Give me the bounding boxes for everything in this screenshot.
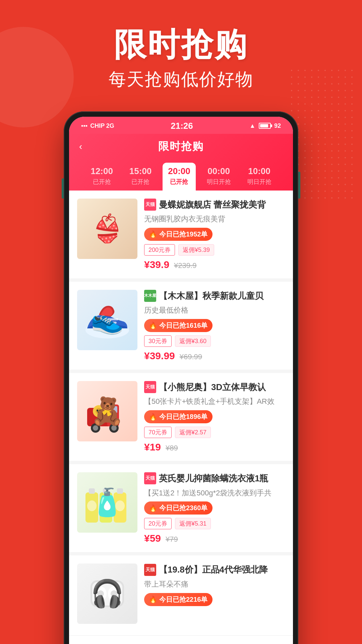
- product-image-shoes: [77, 290, 137, 350]
- price-current-3: ¥19: [144, 441, 161, 453]
- time-tab-0000[interactable]: 00:00 明日开抢: [201, 163, 236, 191]
- nav-menu-btn[interactable]: ☰: [92, 642, 122, 644]
- cashback-tag-3: 返佣¥2.57: [175, 427, 211, 438]
- app-title: 限时抢购: [158, 139, 204, 154]
- product-card-4[interactable]: 天猫 英氏婴儿抑菌除螨洗衣液1瓶 【买1送2！加送500g*2袋洗衣液到手共 🔥…: [69, 464, 293, 552]
- status-bar: ▪▪▪ CHIP 2G 21:26 ▲ 92: [69, 117, 293, 134]
- tab-time: 12:00: [90, 166, 113, 176]
- grab-count-5: 今日已抢2216单: [159, 595, 208, 604]
- toy-svg: [80, 384, 134, 438]
- status-left: ▪▪▪ CHIP 2G: [81, 122, 114, 129]
- shop-row-1: 天猫 曼蝶妮旗舰店 蕾丝聚拢美背: [144, 199, 285, 211]
- cashback-tag-4: 返佣¥5.31: [175, 518, 211, 529]
- wifi-icon: ▲: [249, 122, 255, 129]
- svg-rect-29: [90, 580, 124, 607]
- price-row-2: ¥39.99 ¥69.99: [144, 350, 285, 362]
- tab-status: 明日开抢: [207, 178, 231, 186]
- svg-point-28: [107, 501, 108, 502]
- svg-point-13: [96, 408, 102, 415]
- coupon-tag-2: 30元券: [144, 335, 172, 347]
- coupon-tag-3: 70元券: [144, 427, 172, 438]
- tab-time: 20:00: [168, 166, 190, 176]
- price-original-1: ¥239.9: [174, 261, 196, 270]
- svg-rect-23: [114, 492, 126, 523]
- grab-badge-3: 🔥 今日已抢1896单: [144, 410, 213, 423]
- svg-point-22: [101, 500, 111, 511]
- product-desc-1: 无钢圈乳胶内衣无痕美背: [144, 214, 285, 224]
- grab-count-3: 今日已抢1896单: [159, 412, 208, 421]
- svg-point-26: [102, 498, 110, 506]
- svg-rect-1: [100, 318, 118, 320]
- phone-wrapper: ▪▪▪ CHIP 2G 21:26 ▲ 92 ‹ 限时抢购: [0, 111, 362, 644]
- price-original-2: ¥69.99: [180, 353, 202, 361]
- tab-time: 10:00: [248, 166, 270, 176]
- svg-point-31: [95, 586, 107, 601]
- detergent-svg: [80, 476, 134, 529]
- tab-time: 15:00: [129, 166, 152, 176]
- shop-badge-4: 天猫: [144, 472, 156, 484]
- product-desc-4: 【买1送2！加送500g*2袋洗衣液到手共: [144, 488, 285, 498]
- product-card-2[interactable]: 木木屋 【木木屋】秋季新款儿童贝 历史最低价格 🔥 今日已抢1616单 30元券…: [69, 282, 293, 370]
- shop-row-4: 天猫 英氏婴儿抑菌除螨洗衣液1瓶: [144, 472, 285, 484]
- product-info-5: 天猫 【19.8价】正品4代华强北降 带上耳朵不痛 🔥 今日已抢2216单: [144, 564, 285, 606]
- status-right: ▲ 92: [249, 122, 281, 129]
- coupon-row-3: 70元券 返佣¥2.57: [144, 427, 285, 438]
- price-row-3: ¥19 ¥89: [144, 441, 285, 453]
- fire-icon-2: 🔥: [149, 321, 157, 329]
- price-current-4: ¥59: [144, 533, 161, 544]
- phone-inner: ▪▪▪ CHIP 2G 21:26 ▲ 92 ‹ 限时抢购: [69, 117, 293, 644]
- product-list: 天猫 曼蝶妮旗舰店 蕾丝聚拢美背 无钢圈乳胶内衣无痕美背 🔥 今日已抢1952单…: [69, 191, 293, 632]
- time-tab-1200[interactable]: 12:00 已开抢: [85, 163, 118, 191]
- product-card-3[interactable]: 天猫 【小熊尼奥】3D立体早教认 【50张卡片+铁质礼盒+手机支架】AR效 🔥 …: [69, 373, 293, 461]
- svg-point-0: [85, 322, 129, 338]
- time-tab-2000[interactable]: 20:00 已开抢: [163, 163, 196, 191]
- grab-count-4: 今日已抢2360单: [159, 503, 208, 513]
- earbuds-svg: [80, 567, 134, 621]
- shop-badge-2: 木木屋: [144, 290, 156, 302]
- svg-rect-17: [85, 492, 98, 523]
- product-title-2: 【木木屋】秋季新款儿童贝: [159, 290, 263, 302]
- svg-point-25: [115, 500, 125, 511]
- product-card-1[interactable]: 天猫 曼蝶妮旗舰店 蕾丝聚拢美背 无钢圈乳胶内衣无痕美背 🔥 今日已抢1952单…: [69, 191, 293, 278]
- svg-point-16: [98, 412, 100, 413]
- svg-point-15: [99, 410, 101, 412]
- grab-badge-1: 🔥 今日已抢1952单: [144, 228, 213, 241]
- tab-status: 已开抢: [131, 178, 149, 186]
- nav-back-btn[interactable]: ↩: [241, 642, 270, 644]
- product-title-5: 【19.8价】正品4代华强北降: [159, 564, 268, 576]
- grab-count-2: 今日已抢1616单: [159, 321, 208, 330]
- svg-rect-3: [87, 408, 117, 426]
- cashback-tag-2: 返佣¥3.60: [175, 335, 211, 347]
- svg-point-19: [87, 500, 97, 511]
- fire-icon-3: 🔥: [149, 413, 157, 421]
- carrier-text: CHIP 2G: [90, 122, 114, 129]
- nav-home-btn[interactable]: ⌂: [168, 643, 194, 644]
- product-card-5[interactable]: 天猫 【19.8价】正品4代华强北降 带上耳朵不痛 🔥 今日已抢2216单: [69, 555, 293, 632]
- shop-row-2: 木木屋 【木木屋】秋季新款儿童贝: [144, 290, 285, 302]
- fire-icon-5: 🔥: [149, 595, 157, 603]
- product-info-4: 天猫 英氏婴儿抑菌除螨洗衣液1瓶 【买1送2！加送500g*2袋洗衣液到手共 🔥…: [144, 472, 285, 544]
- shop-badge-5: 天猫: [144, 564, 156, 576]
- product-image-detergent: [77, 472, 137, 533]
- grab-count-1: 今日已抢1952单: [159, 230, 208, 239]
- shop-row-3: 天猫 【小熊尼奥】3D立体早教认: [144, 381, 285, 393]
- coupon-row-2: 30元券 返佣¥3.60: [144, 335, 285, 347]
- hero-section: 限时抢购 每天抢购低价好物: [0, 0, 362, 105]
- product-desc-2: 历史最低价格: [144, 305, 285, 316]
- time-tab-1500[interactable]: 15:00 已开抢: [124, 163, 157, 191]
- time-tab-1000[interactable]: 10:00 明日开抢: [242, 163, 277, 191]
- back-button[interactable]: ‹: [79, 141, 82, 152]
- product-image-earbuds: [77, 564, 137, 624]
- fire-icon: 🔥: [149, 230, 157, 238]
- product-desc-3: 【50张卡片+铁质礼盒+手机支架】AR效: [144, 396, 285, 407]
- shop-row-5: 天猫 【19.8价】正品4代华强北降: [144, 564, 285, 576]
- tab-time: 00:00: [207, 166, 230, 176]
- svg-point-14: [97, 410, 99, 412]
- grab-badge-5: 🔥 今日已抢2216单: [144, 593, 213, 606]
- svg-rect-2: [100, 322, 117, 324]
- product-desc-5: 带上耳朵不痛: [144, 579, 285, 590]
- coupon-tag-4: 20元券: [144, 518, 172, 529]
- battery-fill: [260, 124, 268, 127]
- shop-badge-1: 天猫: [144, 199, 156, 211]
- price-row-4: ¥59 ¥79: [144, 533, 285, 544]
